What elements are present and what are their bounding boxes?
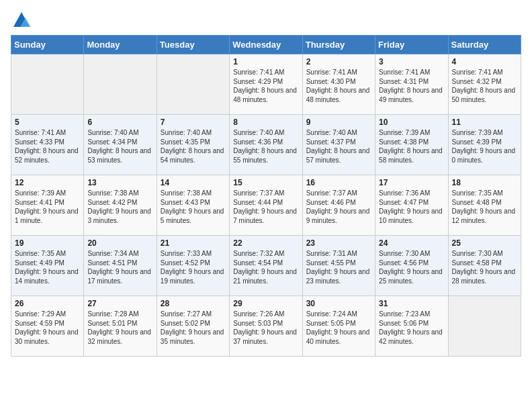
calendar-cell: 27Sunrise: 7:28 AM Sunset: 5:01 PM Dayli… bbox=[84, 296, 157, 357]
day-content: Sunrise: 7:26 AM Sunset: 5:03 PM Dayligh… bbox=[233, 310, 298, 346]
day-number: 27 bbox=[87, 299, 152, 308]
calendar-cell bbox=[157, 54, 229, 115]
day-number: 5 bbox=[15, 118, 80, 127]
day-number: 3 bbox=[379, 57, 444, 66]
day-content: Sunrise: 7:33 AM Sunset: 4:52 PM Dayligh… bbox=[161, 249, 226, 285]
day-content: Sunrise: 7:38 AM Sunset: 4:42 PM Dayligh… bbox=[87, 189, 152, 225]
calendar-cell bbox=[11, 54, 84, 115]
day-content: Sunrise: 7:34 AM Sunset: 4:51 PM Dayligh… bbox=[87, 249, 152, 285]
day-content: Sunrise: 7:40 AM Sunset: 4:36 PM Dayligh… bbox=[233, 128, 298, 165]
header-sunday: Sunday bbox=[11, 36, 84, 54]
page-header bbox=[11, 11, 521, 30]
day-content: Sunrise: 7:40 AM Sunset: 4:35 PM Dayligh… bbox=[161, 128, 226, 165]
calendar-cell: 8Sunrise: 7:40 AM Sunset: 4:36 PM Daylig… bbox=[230, 115, 302, 175]
day-content: Sunrise: 7:24 AM Sunset: 5:05 PM Dayligh… bbox=[306, 310, 371, 346]
logo-line1 bbox=[11, 11, 31, 30]
calendar-cell: 26Sunrise: 7:29 AM Sunset: 4:59 PM Dayli… bbox=[11, 296, 84, 357]
day-number: 22 bbox=[233, 238, 298, 248]
day-number: 24 bbox=[379, 238, 444, 248]
day-number: 15 bbox=[233, 178, 298, 187]
calendar-cell: 25Sunrise: 7:30 AM Sunset: 4:58 PM Dayli… bbox=[448, 236, 521, 296]
day-content: Sunrise: 7:40 AM Sunset: 4:34 PM Dayligh… bbox=[87, 128, 152, 165]
calendar-cell: 15Sunrise: 7:37 AM Sunset: 4:44 PM Dayli… bbox=[230, 175, 302, 236]
header-monday: Monday bbox=[84, 36, 157, 54]
calendar-cell: 13Sunrise: 7:38 AM Sunset: 4:42 PM Dayli… bbox=[84, 175, 157, 236]
calendar-cell: 3Sunrise: 7:41 AM Sunset: 4:31 PM Daylig… bbox=[375, 54, 448, 115]
calendar-cell: 28Sunrise: 7:27 AM Sunset: 5:02 PM Dayli… bbox=[157, 296, 229, 357]
calendar-cell: 4Sunrise: 7:41 AM Sunset: 4:32 PM Daylig… bbox=[448, 54, 521, 115]
day-content: Sunrise: 7:30 AM Sunset: 4:58 PM Dayligh… bbox=[452, 249, 517, 285]
calendar-cell: 1Sunrise: 7:41 AM Sunset: 4:29 PM Daylig… bbox=[230, 54, 302, 115]
calendar-cell: 24Sunrise: 7:30 AM Sunset: 4:56 PM Dayli… bbox=[375, 236, 448, 296]
calendar-cell: 18Sunrise: 7:35 AM Sunset: 4:48 PM Dayli… bbox=[448, 175, 521, 236]
calendar-cell bbox=[84, 54, 157, 115]
day-number: 16 bbox=[306, 178, 371, 187]
calendar-header: Sunday Monday Tuesday Wednesday Thursday… bbox=[11, 36, 521, 54]
day-content: Sunrise: 7:40 AM Sunset: 4:37 PM Dayligh… bbox=[306, 128, 371, 165]
day-number: 28 bbox=[161, 299, 226, 308]
day-number: 6 bbox=[87, 118, 152, 127]
calendar-cell: 23Sunrise: 7:31 AM Sunset: 4:55 PM Dayli… bbox=[302, 236, 375, 296]
header-saturday: Saturday bbox=[448, 36, 521, 54]
calendar-cell: 10Sunrise: 7:39 AM Sunset: 4:38 PM Dayli… bbox=[375, 115, 448, 175]
day-content: Sunrise: 7:41 AM Sunset: 4:29 PM Dayligh… bbox=[233, 68, 298, 104]
day-number: 7 bbox=[161, 118, 226, 127]
day-number: 12 bbox=[15, 178, 80, 187]
day-content: Sunrise: 7:32 AM Sunset: 4:54 PM Dayligh… bbox=[233, 249, 298, 285]
day-number: 1 bbox=[233, 57, 298, 66]
day-content: Sunrise: 7:23 AM Sunset: 5:06 PM Dayligh… bbox=[379, 310, 444, 346]
day-content: Sunrise: 7:30 AM Sunset: 4:56 PM Dayligh… bbox=[379, 249, 444, 285]
week-row-3: 12Sunrise: 7:39 AM Sunset: 4:41 PM Dayli… bbox=[11, 175, 521, 236]
day-number: 17 bbox=[379, 178, 444, 187]
calendar-cell: 7Sunrise: 7:40 AM Sunset: 4:35 PM Daylig… bbox=[157, 115, 229, 175]
calendar-table: Sunday Monday Tuesday Wednesday Thursday… bbox=[11, 35, 521, 357]
day-number: 21 bbox=[161, 238, 226, 248]
day-number: 10 bbox=[379, 118, 444, 127]
day-number: 25 bbox=[452, 238, 517, 248]
day-content: Sunrise: 7:37 AM Sunset: 4:44 PM Dayligh… bbox=[233, 189, 298, 225]
day-number: 2 bbox=[306, 57, 371, 66]
calendar-cell: 19Sunrise: 7:35 AM Sunset: 4:49 PM Dayli… bbox=[11, 236, 84, 296]
day-number: 20 bbox=[87, 238, 152, 248]
day-content: Sunrise: 7:41 AM Sunset: 4:30 PM Dayligh… bbox=[306, 68, 371, 104]
day-number: 19 bbox=[15, 238, 80, 248]
calendar-cell: 6Sunrise: 7:40 AM Sunset: 4:34 PM Daylig… bbox=[84, 115, 157, 175]
week-row-1: 1Sunrise: 7:41 AM Sunset: 4:29 PM Daylig… bbox=[11, 54, 521, 115]
day-content: Sunrise: 7:28 AM Sunset: 5:01 PM Dayligh… bbox=[87, 310, 152, 346]
logo bbox=[11, 11, 31, 30]
day-content: Sunrise: 7:31 AM Sunset: 4:55 PM Dayligh… bbox=[306, 249, 371, 285]
calendar-cell: 30Sunrise: 7:24 AM Sunset: 5:05 PM Dayli… bbox=[302, 296, 375, 357]
day-content: Sunrise: 7:35 AM Sunset: 4:49 PM Dayligh… bbox=[15, 249, 80, 285]
day-content: Sunrise: 7:41 AM Sunset: 4:32 PM Dayligh… bbox=[452, 68, 517, 104]
day-content: Sunrise: 7:36 AM Sunset: 4:47 PM Dayligh… bbox=[379, 189, 444, 225]
calendar-cell: 22Sunrise: 7:32 AM Sunset: 4:54 PM Dayli… bbox=[230, 236, 302, 296]
header-row: Sunday Monday Tuesday Wednesday Thursday… bbox=[11, 36, 521, 54]
calendar-cell: 16Sunrise: 7:37 AM Sunset: 4:46 PM Dayli… bbox=[302, 175, 375, 236]
day-content: Sunrise: 7:38 AM Sunset: 4:43 PM Dayligh… bbox=[161, 189, 226, 225]
day-content: Sunrise: 7:39 AM Sunset: 4:39 PM Dayligh… bbox=[452, 128, 517, 165]
calendar-cell: 5Sunrise: 7:41 AM Sunset: 4:33 PM Daylig… bbox=[11, 115, 84, 175]
day-number: 13 bbox=[87, 178, 152, 187]
day-content: Sunrise: 7:41 AM Sunset: 4:33 PM Dayligh… bbox=[15, 128, 80, 165]
calendar-cell: 9Sunrise: 7:40 AM Sunset: 4:37 PM Daylig… bbox=[302, 115, 375, 175]
calendar-body: 1Sunrise: 7:41 AM Sunset: 4:29 PM Daylig… bbox=[11, 54, 521, 357]
day-number: 23 bbox=[306, 238, 371, 248]
day-number: 29 bbox=[233, 299, 298, 308]
day-content: Sunrise: 7:39 AM Sunset: 4:38 PM Dayligh… bbox=[379, 128, 444, 165]
day-number: 26 bbox=[15, 299, 80, 308]
calendar-cell: 11Sunrise: 7:39 AM Sunset: 4:39 PM Dayli… bbox=[448, 115, 521, 175]
day-number: 31 bbox=[379, 299, 444, 308]
day-content: Sunrise: 7:27 AM Sunset: 5:02 PM Dayligh… bbox=[161, 310, 226, 346]
day-number: 8 bbox=[233, 118, 298, 127]
calendar-cell bbox=[448, 296, 521, 357]
logo-icon bbox=[12, 11, 31, 30]
day-number: 9 bbox=[306, 118, 371, 127]
day-number: 30 bbox=[306, 299, 371, 308]
day-content: Sunrise: 7:29 AM Sunset: 4:59 PM Dayligh… bbox=[15, 310, 80, 346]
day-number: 4 bbox=[452, 57, 517, 66]
week-row-5: 26Sunrise: 7:29 AM Sunset: 4:59 PM Dayli… bbox=[11, 296, 521, 357]
header-tuesday: Tuesday bbox=[157, 36, 229, 54]
week-row-2: 5Sunrise: 7:41 AM Sunset: 4:33 PM Daylig… bbox=[11, 115, 521, 175]
header-wednesday: Wednesday bbox=[230, 36, 302, 54]
calendar-cell: 2Sunrise: 7:41 AM Sunset: 4:30 PM Daylig… bbox=[302, 54, 375, 115]
